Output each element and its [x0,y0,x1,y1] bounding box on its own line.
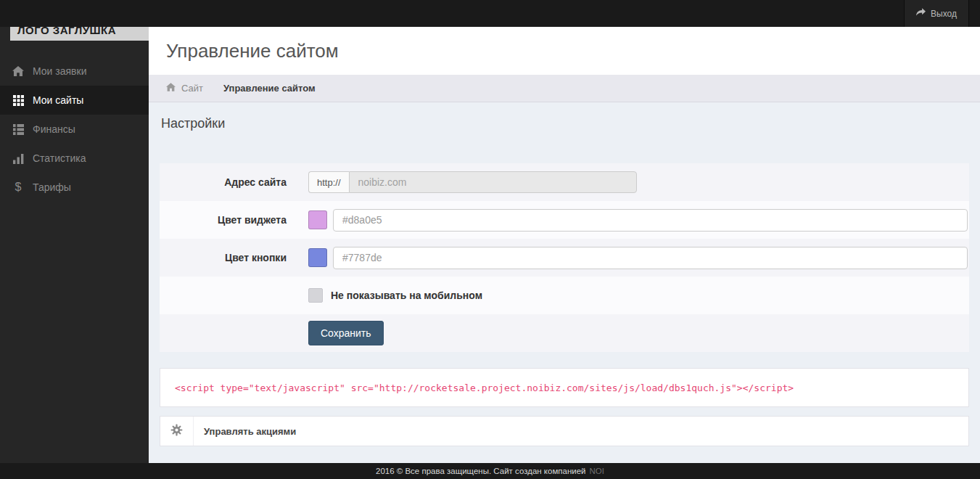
sidebar-menu: Мои заявки Мои сайты Финансы [0,57,149,202]
footer-text: 2016 © Все права защищены. Сайт создан к… [376,467,586,475]
logout-icon [916,8,926,19]
sidebar-item-label: Тарифы [33,181,71,193]
breadcrumb: Сайт Управление сайтом [149,75,980,102]
page-title: Управление сайтом [166,40,339,62]
sidebar-item-my-sites[interactable]: Мои сайты [0,86,149,115]
logout-label: Выход [931,9,957,19]
grid-icon [12,95,25,106]
form-row-mobile-checkbox: Не показывать на мобильном [160,277,969,314]
button-color-input[interactable] [333,247,968,269]
breadcrumb-site-link[interactable]: Сайт [181,83,203,94]
sidebar-item-label: Статистика [33,152,86,164]
home-icon [166,83,176,94]
list-icon [12,124,25,135]
sidebar-item-label: Мои сайты [33,94,83,106]
form-row-button-color: Цвет кнопки [160,239,969,277]
logout-button[interactable]: Выход [904,0,969,27]
form-row-widget-color: Цвет виджета [160,201,969,239]
sidebar-item-my-requests[interactable]: Мои заявки [0,57,149,86]
footer-brand: NOI [590,467,604,475]
mobile-hide-label: Не показывать на мобильном [331,290,482,301]
gear-icon [170,423,184,440]
widget-color-swatch[interactable] [308,210,327,229]
actions-bar: Управлять акциями [160,416,969,446]
topbar: Выход [0,0,980,27]
manage-promotions-link[interactable]: Управлять акциями [194,426,296,437]
http-prefix-addon: http:// [308,171,349,193]
sidebar-item-statistics[interactable]: Статистика [0,144,149,173]
button-color-label: Цвет кнопки [160,252,287,263]
site-address-input[interactable] [349,171,637,193]
home-icon [12,66,25,76]
section-title: Настройки [161,116,969,131]
dollar-icon: $ [12,181,25,193]
mobile-hide-checkbox[interactable] [308,288,323,303]
gear-button[interactable] [160,417,194,446]
script-snippet: <script type="text/javascript" src="http… [175,382,794,393]
footer: 2016 © Все права защищены. Сайт создан к… [0,463,980,479]
address-label: Адрес сайта [160,176,287,188]
save-button[interactable]: Сохранить [308,321,384,345]
embed-script-box: <script type="text/javascript" src="http… [160,368,969,407]
form-row-address: Адрес сайта http:// [160,163,969,201]
button-color-swatch[interactable] [308,248,327,267]
main-content: Управление сайтом Сайт Управление сайтом… [149,27,980,463]
widget-color-input[interactable] [333,209,968,232]
form-row-save: Сохранить [160,314,969,352]
breadcrumb-current: Управление сайтом [223,83,316,94]
widget-color-label: Цвет виджета [160,214,287,226]
sidebar-item-label: Финансы [33,123,75,135]
content-header: Управление сайтом [149,27,980,75]
sidebar: ЛОГО ЗАГЛУШКА Мои заявки Мои сайты [0,27,149,463]
sidebar-item-tariffs[interactable]: $ Тарифы [0,173,149,202]
content-body: Настройки Адрес сайта http:// Цвет видже… [149,102,980,457]
bar-chart-icon [12,153,25,164]
sidebar-item-label: Мои заявки [33,65,86,77]
sidebar-item-finances[interactable]: Финансы [0,115,149,144]
site-address-group: http:// [308,171,637,193]
settings-form: Адрес сайта http:// Цвет виджета Цвет кн… [160,163,969,352]
